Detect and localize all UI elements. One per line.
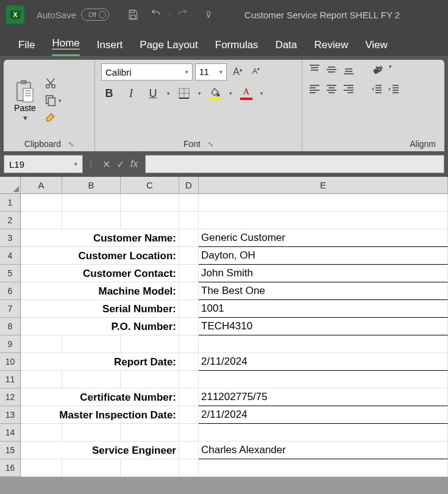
column-header-E[interactable]: E bbox=[199, 177, 448, 194]
font-color-button[interactable]: A bbox=[238, 85, 254, 101]
row-header-3[interactable]: 3 bbox=[0, 229, 21, 247]
column-header-D[interactable]: D bbox=[179, 177, 199, 194]
row-header-2[interactable]: 2 bbox=[0, 212, 21, 229]
form-label[interactable]: P.O. Number: bbox=[21, 318, 179, 335]
form-value[interactable]: 2/11/2024 bbox=[199, 406, 448, 424]
form-value[interactable]: The Best One bbox=[199, 282, 448, 300]
ribbon: Paste ▾ ▾ Clipboard⤡ Calibri▾ 11▾ A▴ A▾ bbox=[4, 60, 444, 151]
select-all-corner[interactable] bbox=[0, 177, 21, 194]
row-header-16[interactable]: 16 bbox=[0, 459, 21, 477]
align-left-button[interactable] bbox=[308, 83, 321, 98]
column-header-C[interactable]: C bbox=[121, 177, 179, 194]
form-label[interactable]: Certificate Number: bbox=[21, 388, 179, 406]
row-header-11[interactable]: 11 bbox=[0, 371, 21, 388]
svg-rect-3 bbox=[131, 15, 136, 19]
worksheet: ABCDE 12345678910111213141516 Customer N… bbox=[0, 177, 448, 494]
increase-font-button[interactable]: A▴ bbox=[229, 66, 246, 77]
fx-icon[interactable]: fx bbox=[130, 159, 138, 170]
font-group-label: Font bbox=[183, 139, 201, 149]
format-painter-button[interactable] bbox=[44, 111, 62, 124]
paste-button[interactable]: Paste ▾ bbox=[10, 79, 40, 123]
column-header-B[interactable]: B bbox=[62, 177, 121, 194]
form-value[interactable]: TECH4310 bbox=[199, 318, 448, 335]
form-value[interactable]: Dayton, OH bbox=[199, 247, 448, 265]
autosave-label: AutoSave bbox=[37, 10, 76, 20]
align-top-button[interactable] bbox=[308, 63, 321, 78]
tab-review[interactable]: Review bbox=[315, 39, 349, 56]
tab-view[interactable]: View bbox=[365, 39, 388, 56]
decrease-indent-button[interactable] bbox=[371, 83, 383, 98]
qat-customize-icon[interactable]: ⊽ bbox=[202, 8, 215, 21]
row-header-10[interactable]: 10 bbox=[0, 353, 21, 371]
formula-input[interactable] bbox=[145, 155, 444, 173]
undo-icon[interactable] bbox=[149, 8, 163, 21]
autosave-toggle[interactable]: Off bbox=[81, 9, 109, 21]
form-label[interactable]: Service Engineer bbox=[21, 442, 179, 459]
tab-page-layout[interactable]: Page Layout bbox=[140, 39, 197, 56]
undo-dropdown[interactable]: ▾ bbox=[168, 12, 171, 18]
align-middle-button[interactable] bbox=[325, 63, 338, 78]
form-label[interactable]: Serial Number: bbox=[21, 300, 179, 318]
title-bar: X AutoSave Off ▾ ▾ ⊽ Customer Service Re… bbox=[0, 0, 448, 29]
name-box[interactable]: L19▾ bbox=[4, 155, 83, 173]
form-value[interactable]: 1001 bbox=[199, 300, 448, 318]
row-header-8[interactable]: 8 bbox=[0, 318, 21, 335]
row-header-13[interactable]: 13 bbox=[0, 406, 21, 424]
cell-grid[interactable]: Customer Name:Generic CustomerCustomer L… bbox=[21, 194, 448, 477]
row-header-14[interactable]: 14 bbox=[0, 424, 21, 442]
tab-insert[interactable]: Insert bbox=[97, 39, 123, 56]
orientation-button[interactable]: ab bbox=[371, 63, 384, 78]
tab-file[interactable]: File bbox=[18, 39, 35, 56]
align-center-button[interactable] bbox=[325, 83, 338, 98]
form-label[interactable]: Customer Contact: bbox=[21, 265, 179, 282]
form-label[interactable]: Master Inspection Date: bbox=[21, 406, 179, 424]
row-header-5[interactable]: 5 bbox=[0, 265, 21, 282]
underline-button[interactable]: U bbox=[145, 85, 161, 101]
form-label[interactable]: Report Date: bbox=[21, 353, 179, 371]
tab-home[interactable]: Home bbox=[52, 37, 79, 56]
font-size-select[interactable]: 11▾ bbox=[195, 63, 227, 81]
copy-button[interactable]: ▾ bbox=[44, 94, 62, 107]
increase-indent-button[interactable] bbox=[388, 83, 400, 98]
document-title: Customer Service Report SHELL FY 2 bbox=[244, 10, 400, 20]
form-value[interactable]: Generic Customer bbox=[199, 229, 448, 247]
form-label[interactable]: Customer Location: bbox=[21, 247, 179, 265]
decrease-font-button[interactable]: A▾ bbox=[247, 66, 265, 77]
svg-text:ab: ab bbox=[372, 64, 383, 76]
tab-formulas[interactable]: Formulas bbox=[215, 39, 258, 56]
row-header-15[interactable]: 15 bbox=[0, 442, 21, 459]
row-header-12[interactable]: 12 bbox=[0, 388, 21, 406]
formula-bar: L19▾ ⋮ ✕ ✓ fx bbox=[0, 151, 448, 177]
font-dialog-launcher[interactable]: ⤡ bbox=[208, 140, 213, 148]
redo-icon[interactable] bbox=[176, 8, 189, 21]
redo-dropdown[interactable]: ▾ bbox=[194, 12, 197, 18]
form-value[interactable]: 211202775/75 bbox=[199, 388, 448, 406]
borders-button[interactable] bbox=[176, 85, 192, 101]
font-name-select[interactable]: Calibri▾ bbox=[101, 63, 193, 81]
enter-formula-icon[interactable]: ✓ bbox=[116, 159, 124, 170]
row-header-9[interactable]: 9 bbox=[0, 335, 21, 353]
row-header-4[interactable]: 4 bbox=[0, 247, 21, 265]
row-header-6[interactable]: 6 bbox=[0, 282, 21, 300]
save-icon[interactable] bbox=[126, 8, 140, 21]
row-header-7[interactable]: 7 bbox=[0, 300, 21, 318]
fill-color-button[interactable] bbox=[207, 85, 223, 101]
form-value[interactable]: Charles Alexander bbox=[199, 442, 448, 459]
row-header-1[interactable]: 1 bbox=[0, 194, 21, 212]
align-right-button[interactable] bbox=[343, 83, 355, 98]
clipboard-dialog-launcher[interactable]: ⤡ bbox=[68, 140, 74, 148]
italic-button[interactable]: I bbox=[123, 85, 139, 101]
tab-data[interactable]: Data bbox=[276, 39, 297, 56]
excel-app-icon: X bbox=[6, 5, 24, 24]
cut-button[interactable] bbox=[44, 77, 62, 90]
svg-rect-2 bbox=[131, 10, 135, 13]
form-label[interactable]: Customer Name: bbox=[21, 229, 179, 247]
align-bottom-button[interactable] bbox=[343, 63, 355, 78]
form-value[interactable]: John Smith bbox=[199, 265, 448, 282]
form-value[interactable]: 2/11/2024 bbox=[199, 353, 448, 371]
cancel-formula-icon[interactable]: ✕ bbox=[102, 159, 110, 170]
svg-text:X: X bbox=[13, 11, 18, 18]
bold-button[interactable]: B bbox=[101, 85, 117, 101]
column-header-A[interactable]: A bbox=[21, 177, 62, 194]
form-label[interactable]: Machine Model: bbox=[21, 282, 179, 300]
